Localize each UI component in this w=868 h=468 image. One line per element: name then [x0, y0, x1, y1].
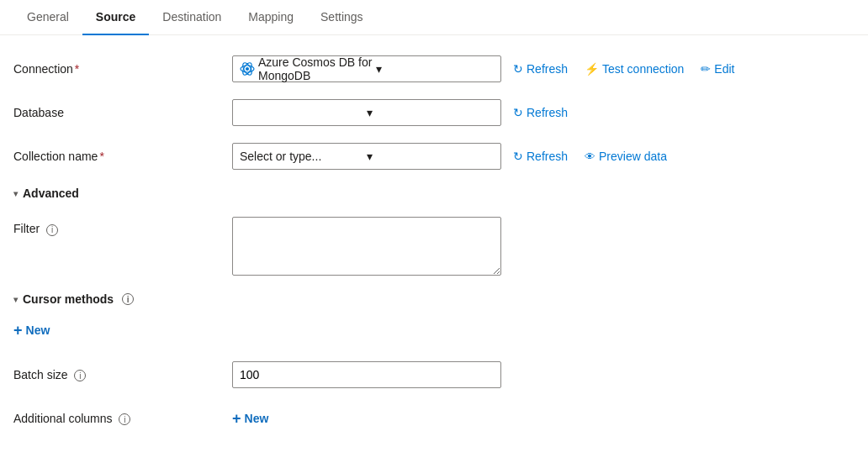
tab-general[interactable]: General [13, 0, 82, 35]
source-tab-content: Connection* Azure Cosmos DB for MongoDB … [0, 35, 868, 468]
batch-size-label: Batch size i [13, 368, 232, 382]
tab-settings[interactable]: Settings [307, 0, 377, 35]
cursor-methods-new-button[interactable]: + New [13, 319, 50, 341]
edit-icon: ✏ [701, 62, 711, 76]
batch-size-input[interactable] [232, 361, 501, 388]
collection-name-controls: Select or type... ▾ ↻ Refresh 👁 Preview … [232, 143, 855, 170]
cursor-methods-new-row: + New [13, 319, 855, 341]
svg-point-3 [246, 67, 249, 71]
plus-icon: + [13, 323, 23, 338]
database-refresh-button[interactable]: ↻ Refresh [508, 103, 573, 123]
batch-size-row: Batch size i [13, 361, 855, 388]
plus-icon: + [232, 411, 241, 426]
connection-label: Connection* [13, 62, 232, 76]
tab-bar: General Source Destination Mapping Setti… [0, 0, 868, 35]
additional-columns-info-icon: i [119, 413, 130, 425]
cursor-methods-chevron-icon: ▾ [13, 295, 18, 304]
refresh-icon: ↻ [513, 106, 523, 119]
additional-columns-new-button[interactable]: + New [232, 408, 268, 429]
collection-name-label: Collection name* [13, 150, 232, 163]
filter-info-icon: i [46, 224, 58, 236]
tab-mapping[interactable]: Mapping [235, 0, 307, 35]
test-connection-button[interactable]: ⚡ Test connection [580, 59, 689, 79]
collection-chevron-icon: ▾ [367, 150, 494, 163]
advanced-section-toggle[interactable]: ▾ Advanced [13, 187, 855, 200]
collection-name-row: Collection name* Select or type... ▾ ↻ R… [13, 143, 855, 170]
tabs-container: General Source Destination Mapping Setti… [0, 0, 868, 35]
database-chevron-icon: ▾ [367, 106, 494, 119]
connection-dropdown[interactable]: Azure Cosmos DB for MongoDB ▾ [232, 55, 501, 82]
connection-row: Connection* Azure Cosmos DB for MongoDB … [13, 55, 855, 82]
connection-refresh-button[interactable]: ↻ Refresh [508, 59, 573, 79]
cosmos-db-icon [240, 61, 255, 76]
collection-refresh-button[interactable]: ↻ Refresh [508, 146, 573, 166]
filter-row: Filter i [13, 217, 855, 276]
tab-source[interactable]: Source [82, 0, 149, 35]
filter-label: Filter i [13, 217, 232, 236]
filter-controls [232, 217, 855, 276]
cursor-methods-info-icon: i [122, 293, 134, 305]
batch-size-controls [232, 361, 855, 388]
database-label: Database [13, 106, 232, 119]
database-controls: ▾ ↻ Refresh [232, 99, 855, 126]
database-dropdown[interactable]: ▾ [232, 99, 501, 126]
additional-columns-controls: + New [232, 408, 855, 429]
connection-controls: Azure Cosmos DB for MongoDB ▾ ↻ Refresh … [232, 55, 855, 82]
batch-size-info-icon: i [74, 370, 86, 381]
test-connection-icon: ⚡ [585, 62, 599, 76]
advanced-chevron-icon: ▾ [13, 189, 18, 198]
database-row: Database ▾ ↻ Refresh [13, 99, 855, 126]
connection-chevron-icon: ▾ [376, 62, 494, 76]
preview-data-icon: 👁 [585, 150, 595, 163]
refresh-icon: ↻ [513, 150, 523, 163]
tab-destination[interactable]: Destination [149, 0, 235, 35]
additional-columns-label: Additional columns i [13, 412, 232, 426]
cursor-methods-toggle[interactable]: ▾ Cursor methods i [13, 292, 855, 306]
filter-textarea[interactable] [232, 217, 501, 276]
preview-data-button[interactable]: 👁 Preview data [580, 146, 672, 166]
refresh-icon: ↻ [513, 62, 523, 76]
edit-button[interactable]: ✏ Edit [696, 59, 739, 79]
collection-name-dropdown[interactable]: Select or type... ▾ [232, 143, 501, 170]
additional-columns-row: Additional columns i + New [13, 405, 855, 432]
